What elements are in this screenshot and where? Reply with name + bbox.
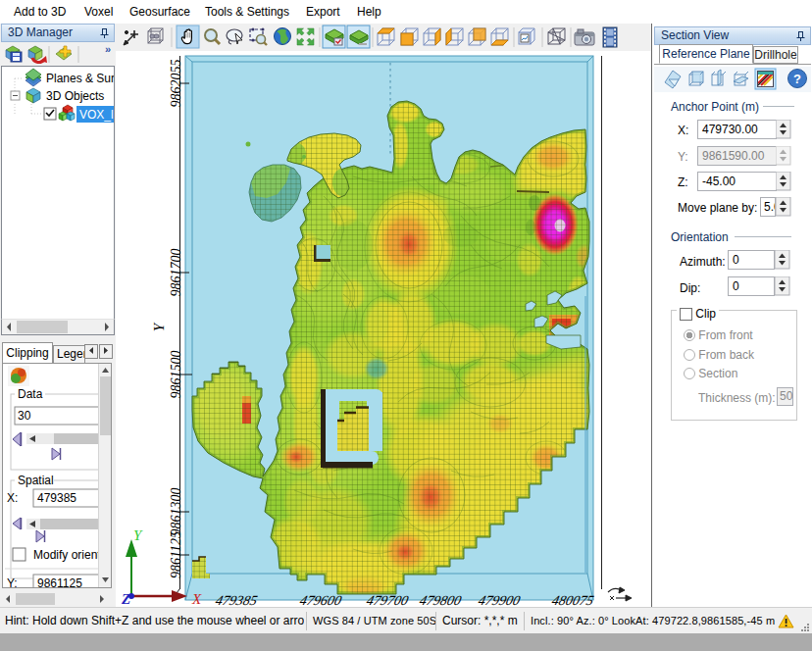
svg-text:479385: 479385 (214, 592, 259, 607)
svg-text:9861125: 9861125 (169, 531, 183, 578)
svg-text:9862055: 9862055 (169, 60, 183, 108)
svg-text:X: X (191, 591, 202, 607)
svg-text:479385: 479385 (37, 491, 76, 505)
svg-text:Data: Data (18, 387, 43, 401)
svg-text:Planes & Surfac: Planes & Surfac (46, 72, 115, 85)
svg-text:»: » (105, 44, 111, 55)
svg-text:?: ? (793, 72, 801, 86)
svg-text:9861125: 9861125 (37, 576, 82, 587)
svg-text:480075: 480075 (550, 592, 595, 607)
svg-text:Z: Z (121, 591, 130, 607)
svg-text:479600: 479600 (298, 592, 343, 607)
svg-text:X:: X: (7, 491, 18, 505)
svg-text:Spatial: Spatial (18, 474, 54, 487)
svg-text:479800: 479800 (418, 592, 463, 607)
svg-text:VOX_lin: VOX_lin (79, 108, 115, 122)
svg-text:Y:: Y: (7, 576, 18, 587)
svg-text:9861700: 9861700 (169, 249, 183, 297)
svg-text:30: 30 (18, 409, 31, 423)
svg-text:9861500: 9861500 (169, 351, 183, 399)
svg-text:3D Objects: 3D Objects (46, 89, 104, 103)
svg-text:479900: 479900 (477, 592, 522, 607)
svg-text:479700: 479700 (365, 592, 410, 607)
svg-text:9861300: 9861300 (169, 488, 183, 536)
